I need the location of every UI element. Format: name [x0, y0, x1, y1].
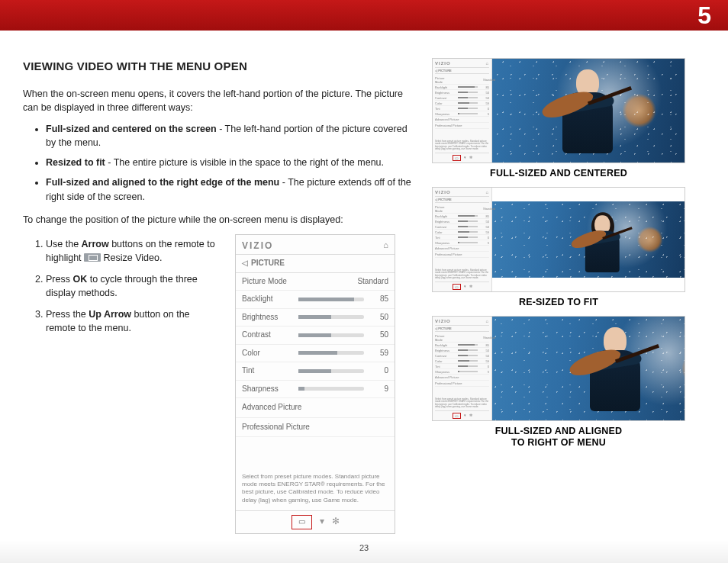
left-column: VIEWING VIDEO WITH THE MENU OPEN When th…: [23, 58, 412, 534]
thumb-aligned: VIZIO⌂ ◁ PICTURE Picture ModeStandard Ba…: [432, 316, 685, 421]
osd-menu-small: VIZIO⌂ ◁ PICTURE Picture ModeStandard Ba…: [433, 59, 492, 162]
example-aligned: VIZIO⌂ ◁ PICTURE Picture ModeStandard Ba…: [432, 316, 685, 449]
option-bold: Full-sized and aligned to the right edge…: [46, 177, 279, 188]
chapter-header: 5: [0, 0, 728, 31]
steps-list: Use the Arrow buttons on the remote to h…: [46, 237, 221, 336]
steps-column: Use the Arrow buttons on the remote to h…: [23, 234, 221, 534]
option-rest: - The entire picture is visible in the s…: [105, 157, 384, 168]
page-body: VIEWING VIDEO WITH THE MENU OPEN When th…: [0, 31, 728, 534]
slider-bar[interactable]: [298, 369, 364, 373]
option-bold: Full-sized and centered on the screen: [46, 124, 217, 134]
menu-row-color[interactable]: Color 59: [236, 345, 395, 363]
transition-paragraph: To change the position of the picture wh…: [23, 213, 412, 227]
slider-bar[interactable]: [298, 351, 364, 355]
menu-link-advanced[interactable]: Advanced Picture: [236, 398, 395, 418]
slider-bar[interactable]: [298, 333, 364, 337]
example-centered: VIZIO⌂ ◁ PICTURE Picture ModeStandard Ba…: [432, 58, 685, 179]
chapter-number: 5: [697, 2, 711, 29]
caption-aligned-line1: FULL-SIZED AND ALIGNED: [432, 426, 685, 437]
osd-menu-small: VIZIO⌂ ◁ PICTURE Picture ModeStandard Ba…: [433, 188, 492, 291]
menu-row-contrast[interactable]: Contrast 50: [236, 327, 395, 345]
menu-row-sharpness[interactable]: Sharpness 9: [236, 381, 395, 399]
violinist-figure: [576, 212, 633, 278]
menu-link-professional[interactable]: Professional Picture: [236, 418, 395, 438]
caption-fit: RE-SIZED TO FIT: [432, 297, 685, 308]
thumb-centered: VIZIO⌂ ◁ PICTURE Picture ModeStandard Ba…: [432, 58, 685, 163]
right-column: VIZIO⌂ ◁ PICTURE Picture ModeStandard Ba…: [432, 58, 685, 534]
bottom-shadow: [0, 540, 728, 563]
step-item: Press the Up Arrow button on the remote …: [46, 307, 221, 335]
slider-bar[interactable]: [298, 298, 364, 301]
list-item: Full-sized and aligned to the right edge…: [46, 175, 412, 203]
osd-menu-large: VIZIO ⌂ ◁PICTURE Picture Mode Standard B…: [235, 234, 395, 534]
wide-icon[interactable]: ▾: [320, 515, 324, 529]
menu-row-backlight[interactable]: Backlight 85: [236, 291, 395, 309]
video-image: [492, 317, 685, 420]
menu-breadcrumb[interactable]: ◁PICTURE: [236, 254, 395, 273]
option-bold: Resized to fit: [46, 157, 105, 168]
violinist-figure: [549, 65, 633, 161]
menu-row-brightness[interactable]: Brightness 50: [236, 309, 395, 327]
menu-row-tint[interactable]: Tint 0: [236, 362, 395, 381]
thumb-fit: VIZIO⌂ ◁ PICTURE Picture ModeStandard Ba…: [432, 187, 685, 292]
slider-bar[interactable]: [298, 387, 364, 391]
home-icon[interactable]: ⌂: [383, 240, 388, 252]
menu-footer: ▭ ▾ ✻: [236, 510, 395, 533]
menu-row-picture-mode[interactable]: Picture Mode Standard: [236, 273, 395, 291]
steps-and-menu-row: Use the Arrow buttons on the remote to h…: [23, 234, 412, 534]
menu-help-text: Select from preset picture modes. Standa…: [236, 437, 395, 510]
step-item: Use the Arrow buttons on the remote to h…: [46, 237, 221, 265]
video-image: [492, 201, 685, 278]
caption-centered: FULL-SIZED AND CENTERED: [432, 168, 685, 179]
list-item: Full-sized and centered on the screen - …: [46, 122, 412, 150]
caption-aligned-line2: TO RIGHT OF MENU: [432, 437, 685, 449]
back-icon[interactable]: ◁: [242, 259, 248, 267]
intro-paragraph: When the on-screen menu opens, it covers…: [23, 87, 412, 114]
violinist-figure: [576, 323, 660, 419]
settings-icon[interactable]: ✻: [332, 515, 340, 529]
vizio-logo: VIZIO: [242, 240, 273, 253]
options-list: Full-sized and centered on the screen - …: [46, 122, 412, 204]
section-heading: VIEWING VIDEO WITH THE MENU OPEN: [23, 58, 412, 75]
osd-menu-small: VIZIO⌂ ◁ PICTURE Picture ModeStandard Ba…: [433, 317, 492, 420]
example-fit: VIZIO⌂ ◁ PICTURE Picture ModeStandard Ba…: [432, 187, 685, 308]
resize-video-icon: [84, 253, 101, 262]
list-item: Resized to fit - The entire picture is v…: [46, 156, 412, 169]
step-item: Press OK to cycle through the three disp…: [46, 272, 221, 300]
slider-bar[interactable]: [298, 315, 364, 319]
resize-video-icon[interactable]: ▭: [292, 515, 312, 529]
